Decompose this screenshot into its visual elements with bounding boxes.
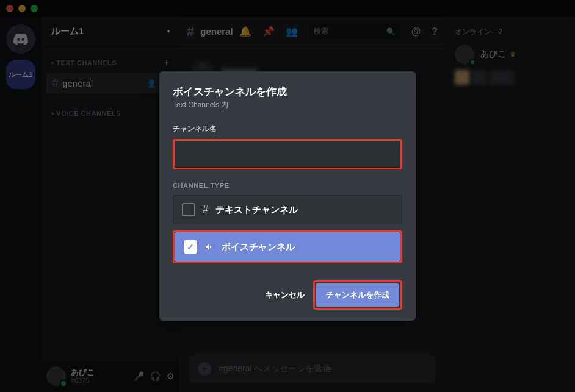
create-channel-modal: ボイスチャンネルを作成 Text Channels 内 チャンネル名 CHANN…: [159, 71, 416, 321]
option-label: ボイスチャンネル: [222, 241, 295, 253]
cancel-button[interactable]: キャンセル: [265, 290, 305, 301]
highlight-box: チャンネルを作成: [313, 280, 402, 310]
option-text-channel[interactable]: ✓ # テキストチャンネル: [173, 195, 402, 224]
highlight-box: [173, 139, 402, 169]
channel-type-label: CHANNEL TYPE: [173, 182, 402, 189]
modal-backdrop[interactable]: ボイスチャンネルを作成 Text Channels 内 チャンネル名 CHANN…: [0, 0, 575, 392]
channel-name-input[interactable]: [175, 141, 400, 168]
channel-name-label: チャンネル名: [173, 124, 402, 134]
checkbox-checked-icon: ✓: [184, 240, 197, 254]
create-channel-button[interactable]: チャンネルを作成: [316, 283, 399, 307]
highlight-box: ✓ ボイスチャンネル: [173, 230, 402, 263]
checkbox-icon: ✓: [182, 203, 195, 216]
modal-subtitle: Text Channels 内: [173, 100, 402, 110]
option-voice-channel[interactable]: ✓ ボイスチャンネル: [175, 232, 400, 262]
option-label: テキストチャンネル: [215, 204, 298, 216]
modal-title: ボイスチャンネルを作成: [173, 85, 402, 99]
speaker-icon: [204, 242, 214, 252]
hash-icon: #: [203, 204, 208, 215]
modal-footer: キャンセル チャンネルを作成: [173, 280, 402, 310]
